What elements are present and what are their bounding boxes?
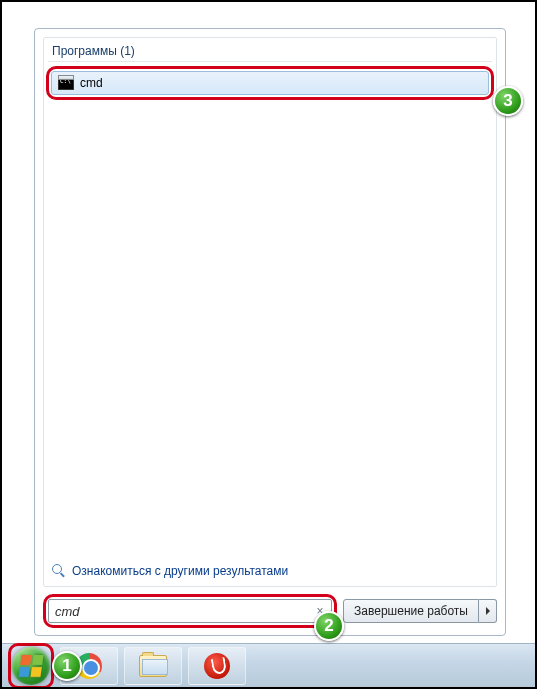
results-category-header: Программы (1) [48, 44, 492, 62]
result-item-label: cmd [80, 76, 103, 90]
taskbar-item-explorer[interactable] [124, 647, 182, 685]
search-icon [52, 564, 66, 578]
garena-icon [204, 653, 230, 679]
start-button[interactable] [12, 647, 50, 685]
results-empty-space [48, 100, 492, 558]
folder-icon [139, 655, 167, 677]
taskbar-item-garena[interactable] [188, 647, 246, 685]
start-menu-bottom-row: × Завершение работы [43, 595, 497, 627]
shutdown-label: Завершение работы [354, 604, 468, 618]
cmd-icon [58, 76, 74, 90]
chevron-right-icon [485, 607, 491, 615]
start-menu-panel: Программы (1) cmd Ознакомиться с другими… [34, 28, 506, 636]
annotation-highlight-2: × [43, 594, 337, 628]
result-item-cmd[interactable]: cmd [51, 71, 489, 95]
more-results-link[interactable]: Ознакомиться с другими результатами [48, 558, 492, 582]
more-results-label: Ознакомиться с другими результатами [72, 564, 288, 578]
search-box[interactable]: × [48, 599, 332, 623]
annotation-badge-1: 1 [52, 651, 82, 681]
annotation-badge-3: 3 [493, 86, 523, 116]
shutdown-button-group: Завершение работы [343, 599, 497, 623]
shutdown-button[interactable]: Завершение работы [343, 599, 479, 623]
annotation-highlight-1 [8, 643, 54, 689]
annotation-badge-2: 2 [314, 611, 344, 641]
search-results-area: Программы (1) cmd Ознакомиться с другими… [43, 37, 497, 587]
annotation-highlight-3: cmd [46, 66, 494, 100]
search-input[interactable] [55, 604, 313, 619]
shutdown-options-arrow[interactable] [479, 599, 497, 623]
